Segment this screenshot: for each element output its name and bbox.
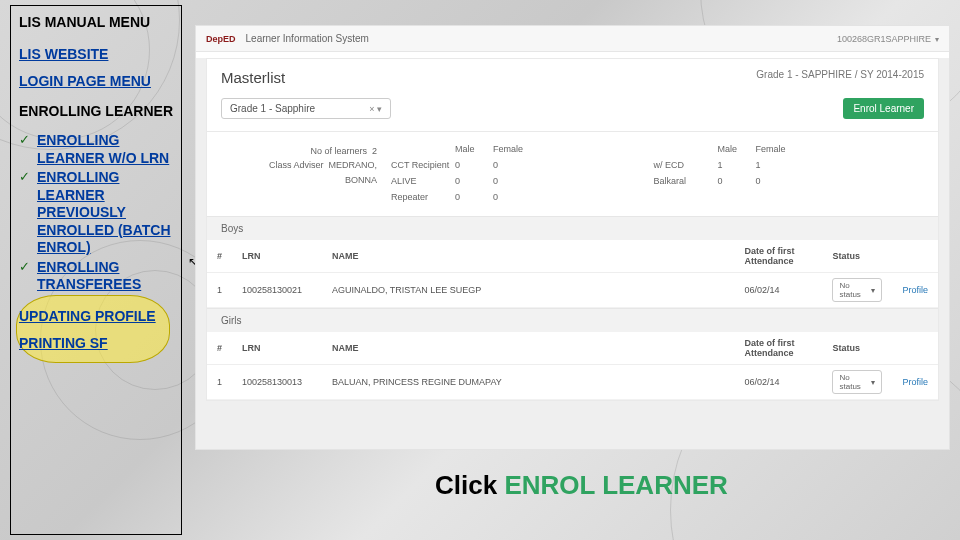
profile-link[interactable]: Profile — [902, 285, 928, 295]
masterlist-panel: Masterlist Grade 1 - SAPPHIRE / SY 2014-… — [206, 58, 939, 401]
enrol-learner-button[interactable]: Enrol Learner — [843, 98, 924, 119]
adviser-label: Class Adviser — [269, 160, 324, 170]
sub-item-label: ENROLLING LEARNER W/O LRN — [37, 132, 173, 167]
col-male: Male — [718, 144, 756, 154]
panel-title: Masterlist — [221, 69, 285, 86]
manual-sidebar: LIS MANUAL MENU LIS WEBSITE LOGIN PAGE M… — [10, 5, 182, 535]
sub-item-wo-lrn[interactable]: ✓ENROLLING LEARNER W/O LRN — [19, 132, 173, 167]
girls-label: Girls — [207, 308, 938, 332]
link-printing-sf[interactable]: PRINTING SF — [19, 335, 173, 353]
num-learners-value: 2 — [372, 146, 377, 156]
chevron-down-icon: ▾ — [931, 35, 939, 44]
caption-action: ENROL LEARNER — [504, 470, 727, 500]
row-label: w/ ECD — [654, 160, 718, 170]
current-section: ENROLLING LEARNER — [19, 103, 173, 121]
num-learners-label: No of learners — [310, 146, 367, 156]
profile-link[interactable]: Profile — [902, 377, 928, 387]
instruction-caption: Click ENROL LEARNER — [435, 470, 728, 501]
user-name: 100268GR1SAPPHIRE — [837, 34, 931, 44]
link-login-page[interactable]: LOGIN PAGE MENU — [19, 73, 173, 91]
adviser-value: MEDRANO, BONNA — [328, 160, 377, 184]
sidebar-title: LIS MANUAL MENU — [19, 14, 173, 32]
girls-table: # LRN NAME Date of first Attendance Stat… — [207, 332, 938, 400]
section-select[interactable]: Grade 1 - Sapphire × ▾ — [221, 98, 391, 119]
row-label: Repeater — [391, 192, 455, 202]
chevron-down-icon: ▾ — [871, 378, 875, 387]
status-dropdown[interactable]: No status▾ — [832, 278, 882, 302]
row-label: CCT Recipient — [391, 160, 455, 170]
table-header-row: # LRN NAME Date of first Attendance Stat… — [207, 332, 938, 365]
deped-logo: DepED — [206, 34, 236, 44]
status-dropdown[interactable]: No status▾ — [832, 370, 882, 394]
stats-left: No of learners 2 Class Adviser MEDRANO, … — [235, 144, 385, 202]
stats-mid: MaleFemale CCT Recipient00 ALIVE00 Repea… — [385, 144, 648, 202]
link-lis-website[interactable]: LIS WEBSITE — [19, 46, 173, 64]
app-name: Learner Information System — [246, 33, 369, 44]
col-female: Female — [756, 144, 794, 154]
caption-prefix: Click — [435, 470, 504, 500]
sub-item-transferees[interactable]: ✓ENROLLING TRANSFEREES — [19, 259, 173, 294]
chevron-down-icon: ▾ — [871, 286, 875, 295]
check-icon: ✓ — [19, 259, 31, 294]
lis-screenshot: DepED Learner Information System 100268G… — [195, 25, 950, 450]
row-label: ALIVE — [391, 176, 455, 186]
table-row: 1 100258130013 BALUAN, PRINCESS REGINE D… — [207, 365, 938, 400]
user-menu[interactable]: 100268GR1SAPPHIRE▾ — [837, 34, 939, 44]
sub-item-batch-enrol[interactable]: ✓ENROLLING LEARNER PREVIOUSLY ENROLLED (… — [19, 169, 173, 257]
app-topbar: DepED Learner Information System 100268G… — [196, 26, 949, 52]
check-icon: ✓ — [19, 132, 31, 167]
table-header-row: # LRN NAME Date of first Attendance Stat… — [207, 240, 938, 273]
table-row: 1 100258130021 AGUINALDO, TRISTAN LEE SU… — [207, 273, 938, 308]
row-label: Balkaral — [654, 176, 718, 186]
select-value: Grade 1 - Sapphire — [230, 103, 315, 114]
stats-right: MaleFemale w/ ECD11 Balkaral00 — [648, 144, 911, 202]
boys-table: # LRN NAME Date of first Attendance Stat… — [207, 240, 938, 308]
sub-item-label: ENROLLING TRANSFEREES — [37, 259, 173, 294]
clear-icon[interactable]: × ▾ — [369, 104, 382, 114]
check-icon: ✓ — [19, 169, 31, 257]
sidebar-sublist: ✓ENROLLING LEARNER W/O LRN ✓ENROLLING LE… — [19, 132, 173, 294]
boys-label: Boys — [207, 216, 938, 240]
panel-context: Grade 1 - SAPPHIRE / SY 2014-2015 — [756, 69, 924, 86]
link-updating-profile[interactable]: UPDATING PROFILE — [19, 308, 173, 326]
col-female: Female — [493, 144, 531, 154]
sub-item-label: ENROLLING LEARNER PREVIOUSLY ENROLLED (B… — [37, 169, 173, 257]
col-male: Male — [455, 144, 493, 154]
